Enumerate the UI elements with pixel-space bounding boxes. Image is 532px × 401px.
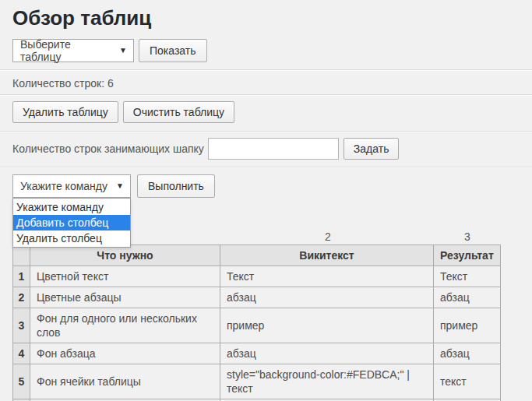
header-wikitext: Викитекст [220, 245, 434, 266]
command-dropdown-list: Укажите команду Добавить столбец Удалить… [12, 198, 131, 248]
table-row: 4 Фон абзаца абзац абзац [13, 343, 501, 364]
divider [0, 131, 532, 132]
wiki-table: Что нужно Викитекст Результат 1 Цветной … [12, 244, 501, 401]
wikitext-cell: абзац [220, 287, 434, 308]
command-option-ukazhite-komandu[interactable]: Укажите команду [13, 199, 130, 215]
result-cell: Текст [434, 266, 501, 287]
corner-header-cell [13, 245, 30, 266]
result-cell: абзац [434, 343, 501, 364]
set-button[interactable]: Задать [344, 138, 400, 160]
divider [0, 167, 532, 168]
header-rows-label: Количество строк занимающих шапку [12, 142, 204, 155]
row-number-cell: 2 [13, 287, 30, 308]
result-cell: текст [434, 364, 501, 399]
command-select-wrap: Укажите команду ▼ Укажите команду Добави… [12, 174, 131, 198]
table-select-row: Выберите таблицу ▼ Показать [12, 39, 520, 62]
command-select-value: Укажите команду [20, 180, 107, 192]
table-row: 1 Цветной текст Текст Текст [13, 266, 501, 287]
what-cell: Фон ячейки таблицы [30, 364, 220, 399]
table-row: 2 Цветные абзацы абзац абзац [13, 287, 501, 308]
table-select-value: Выберите таблицу [20, 38, 111, 63]
clear-table-button[interactable]: Очистить таблицу [123, 101, 234, 123]
row-number-cell: 4 [13, 343, 30, 364]
delete-table-button[interactable]: Удалить таблицу [12, 101, 118, 123]
table-header-row: Что нужно Викитекст Результат [13, 245, 501, 266]
wikitext-cell: абзац [220, 343, 434, 364]
table-actions-row: Удалить таблицу Очистить таблицу [12, 101, 520, 123]
column-number-2: 2 [221, 230, 435, 244]
wikitext-cell: Текст [220, 266, 434, 287]
wikitext-cell: style="background-color:#FEDBCA;" | текс… [220, 364, 434, 399]
command-row: Укажите команду ▼ Укажите команду Добави… [12, 174, 520, 198]
chevron-down-icon: ▼ [116, 182, 124, 190]
result-cell: абзац [434, 287, 501, 308]
what-cell: Фон абзаца [30, 343, 220, 364]
what-cell: Фон для одного или нескольких слов [30, 308, 220, 343]
page-title: Обзор таблиц [12, 6, 520, 30]
table-row: 5 Фон ячейки таблицы style="background-c… [13, 364, 501, 399]
table-row: 3 Фон для одного или нескольких слов при… [13, 308, 501, 343]
what-cell: Цветные абзацы [30, 287, 220, 308]
what-cell: Цветной текст [30, 266, 220, 287]
row-number-cell: 1 [13, 266, 30, 287]
divider [0, 69, 532, 71]
command-option-udalit-stolbec[interactable]: Удалить столбец [13, 230, 130, 246]
result-cell: пример [434, 308, 501, 343]
header-rows-input[interactable] [208, 138, 339, 160]
divider [0, 94, 532, 96]
row-count-text: Количество строк: 6 [12, 77, 520, 90]
header-what: Что нужно [30, 245, 220, 266]
wikitext-cell: пример [220, 308, 434, 343]
execute-button[interactable]: Выполнить [137, 174, 215, 198]
row-number-cell: 5 [13, 364, 30, 399]
header-result: Результат [434, 245, 501, 266]
command-option-dobavit-stolbec[interactable]: Добавить столбец [13, 215, 130, 230]
show-button[interactable]: Показать [139, 39, 207, 62]
command-select[interactable]: Укажите команду ▼ [12, 174, 131, 198]
column-number-3: 3 [435, 230, 500, 244]
row-number-cell: 3 [13, 308, 30, 343]
table-select[interactable]: Выберите таблицу ▼ [12, 39, 134, 62]
header-rows-row: Количество строк занимающих шапку Задать [12, 138, 520, 160]
chevron-down-icon: ▼ [119, 47, 127, 55]
